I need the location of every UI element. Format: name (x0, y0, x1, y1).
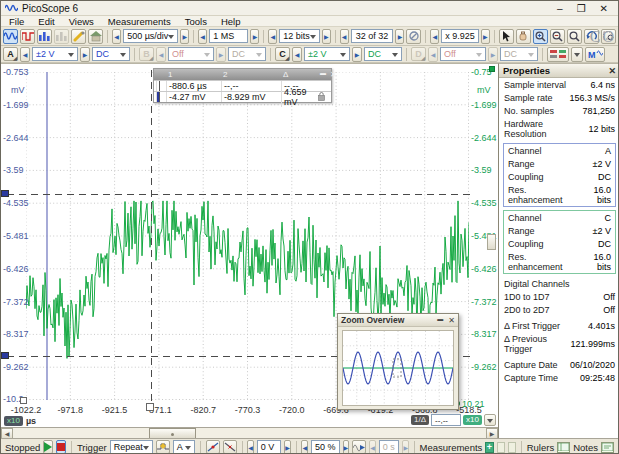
channel-d-range-down-button[interactable]: ◀ (428, 47, 438, 62)
buffer-prev-button[interactable]: ◀ (340, 29, 349, 44)
time-ruler-dock-handle[interactable] (20, 397, 27, 404)
panel-splitter-button[interactable] (487, 234, 496, 250)
level-ruler-2-handle[interactable] (1, 352, 9, 359)
stop-capture-button[interactable] (56, 440, 66, 454)
zoom-overview-minimize-button[interactable]: ▬ (437, 316, 443, 325)
channel-c-range-down-button[interactable]: ◀ (292, 47, 302, 62)
minimize-button[interactable]: – (557, 2, 563, 15)
channel-d-options-button[interactable]: D◢ (411, 47, 426, 61)
channel-b-range-down-button[interactable]: ◀ (156, 47, 166, 62)
channel-a-options-button[interactable]: A◢ (3, 47, 18, 61)
add-measurement-button[interactable]: + (485, 442, 493, 453)
zoom-overview-close-button[interactable]: ✕ (448, 316, 455, 325)
zoom-overview-body[interactable] (342, 330, 454, 406)
delete-measurement-button[interactable] (508, 442, 516, 453)
channel-c-axis-handle[interactable] (489, 66, 495, 72)
ruler-legend[interactable]: 1 2 Δ ▬ ✕ -880.6 µs --,-- --,-- (153, 68, 332, 103)
channel-d-range-select[interactable]: Off (440, 47, 486, 61)
zoom-full-tool-button[interactable] (567, 29, 582, 44)
posttrigger-up-button[interactable]: ▶ (402, 440, 409, 454)
zoom-out-step-button[interactable]: ◀ (430, 29, 439, 44)
resolution-down-button[interactable]: ◀ (268, 29, 277, 44)
spectrum-view-button[interactable] (37, 29, 52, 44)
menu-item-help[interactable]: Help (221, 16, 241, 27)
channel-b-range-select[interactable]: Off (168, 47, 214, 61)
channel-a-range-up-button[interactable]: ▶ (80, 47, 90, 62)
channel-d-range-up-button[interactable]: ▶ (488, 47, 498, 62)
x-axis-tick-label: -921.5 (94, 405, 136, 415)
channel-c-range-select[interactable]: ±2 V (304, 47, 350, 61)
channel-b-range-up-button[interactable]: ▶ (216, 47, 226, 62)
persistence-view-button[interactable] (20, 29, 35, 44)
samples-up-button[interactable]: ▶ (250, 29, 259, 44)
posttrigger-input[interactable]: 0 s (379, 440, 400, 454)
channel-c-coupling-select[interactable]: DC (364, 47, 402, 61)
post-trigger-toggle-button[interactable] (352, 440, 366, 454)
start-capture-button[interactable] (43, 440, 53, 454)
zoom-overview-titlebar[interactable]: Zoom Overview ▬ ✕ (338, 314, 458, 327)
timebase-next-button[interactable]: ▶ (180, 29, 189, 44)
channel-a-coupling-select[interactable]: DC (92, 47, 130, 61)
home-button[interactable] (88, 29, 103, 44)
zoom-in-tool-button[interactable] (533, 29, 548, 44)
trigger-level-input[interactable]: 0 V (257, 440, 281, 454)
buffer-next-button[interactable]: ▶ (395, 29, 404, 44)
resolution-up-button[interactable]: ▶ (322, 29, 331, 44)
trigger-source-select[interactable]: A (173, 440, 196, 454)
ruler-col-delta-header: Δ (281, 70, 316, 79)
menu-item-measurements[interactable]: Measurements (108, 16, 171, 27)
menu-item-edit[interactable]: Edit (38, 16, 54, 27)
ruler-legend-minimize-button[interactable]: ▬ (318, 70, 326, 79)
pretrigger-down-button[interactable]: ◀ (301, 440, 308, 454)
channel-c-options-button[interactable]: C◢ (275, 47, 290, 61)
channel-b-coupling-select[interactable]: DC (228, 47, 266, 61)
zoom-factor-indicator[interactable]: x 9.925 (441, 29, 479, 43)
advanced-trigger-button[interactable] (156, 440, 170, 454)
rising-edge-button[interactable] (206, 440, 220, 454)
timebase-select[interactable]: 500 µs/div (123, 29, 178, 43)
posttrigger-down-button[interactable]: ◀ (369, 440, 376, 454)
resolution-select[interactable]: 12 bits (279, 29, 320, 43)
pretrigger-input[interactable]: 50 % (311, 440, 340, 454)
buffer-indicator[interactable]: 32 of 32 (351, 29, 394, 43)
xy-view-button[interactable] (54, 29, 69, 44)
channel-c-range-up-button[interactable]: ▶ (352, 47, 362, 62)
channel-b-options-button[interactable]: B◢ (139, 47, 154, 61)
scope-graph[interactable]: -0.753-1.699-2.644-3.59-4.535-5.481-6.42… (1, 63, 498, 438)
zoom-in-step-button[interactable]: ▶ (481, 29, 490, 44)
pretrigger-up-button[interactable]: ▶ (343, 440, 350, 454)
timebase-prev-button[interactable]: ◀ (112, 29, 121, 44)
ruler-options-dropdown-button[interactable] (484, 414, 496, 426)
trigger-mode-select[interactable]: Repeat (110, 440, 153, 454)
math-channels-button[interactable]: M (585, 47, 605, 62)
channel-a-range-down-button[interactable]: ◀ (20, 47, 30, 62)
rulers-settings-button[interactable] (557, 442, 570, 453)
ruler-legend-close-button[interactable]: ✕ (328, 70, 337, 79)
menu-item-file[interactable]: File (9, 16, 24, 27)
samples-input[interactable]: 1 MS (209, 29, 248, 43)
channel-options-dropdown-button[interactable] (571, 47, 583, 62)
level-ruler-1-handle[interactable] (1, 190, 9, 197)
edit-measurement-button[interactable] (497, 442, 505, 453)
properties-close-button[interactable]: ✕ (608, 66, 616, 76)
pointer-tool-button[interactable] (499, 29, 514, 44)
menu-item-tools[interactable]: Tools (185, 16, 207, 27)
samples-down-button[interactable]: ◀ (198, 29, 207, 44)
zoom-out-tool-button[interactable] (550, 29, 565, 44)
notes-button[interactable] (601, 442, 614, 453)
trigger-level-down-button[interactable]: ◀ (247, 440, 254, 454)
digital-inputs-button[interactable] (547, 47, 569, 62)
falling-edge-button[interactable] (223, 440, 237, 454)
hand-tool-button[interactable] (516, 29, 531, 44)
menu-item-views[interactable]: Views (69, 16, 94, 27)
maximize-button[interactable]: ❐ (577, 2, 586, 15)
buffer-navigator-button[interactable] (406, 29, 421, 44)
trigger-level-up-button[interactable]: ▶ (284, 440, 291, 454)
probe-setup-button[interactable] (71, 29, 86, 44)
scope-view-button[interactable] (3, 29, 18, 44)
channel-d-coupling-select[interactable]: DC (500, 47, 538, 61)
channel-a-range-select[interactable]: ±2 V (32, 47, 78, 61)
close-button[interactable]: ✕ (600, 2, 608, 15)
zoom-overview-window[interactable]: Zoom Overview ▬ ✕ (337, 313, 459, 410)
time-ruler-handle[interactable] (146, 403, 154, 411)
